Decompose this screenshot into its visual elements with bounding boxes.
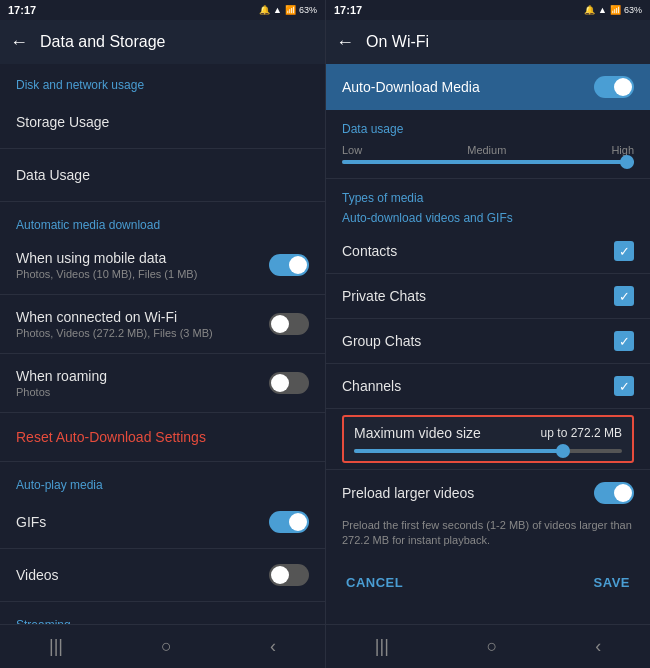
wifi-item[interactable]: When connected on Wi-Fi Photos, Videos (… [0,297,325,351]
right-page-title: On Wi-Fi [366,33,429,51]
right-divider-6 [326,469,650,470]
save-button[interactable]: SAVE [590,567,634,598]
right-panel: 17:17 🔔 ▲ 📶 63% ← On Wi-Fi Auto-Download… [325,0,650,668]
autoplay-header: Auto-play media [0,464,325,498]
left-nav-back-icon[interactable]: ‹ [250,628,296,665]
group-chats-checkbox[interactable]: ✓ [614,331,634,351]
max-video-fill [354,449,563,453]
low-label: Low [342,144,362,156]
right-divider-5 [326,408,650,409]
right-status-bar: 17:17 🔔 ▲ 📶 63% [326,0,650,20]
roaming-toggle[interactable] [269,372,309,394]
right-nav-menu-icon[interactable]: ||| [355,628,409,665]
roaming-subtitle: Photos [16,386,269,398]
right-top-bar: ← On Wi-Fi [326,20,650,64]
left-nav-menu-icon[interactable]: ||| [29,628,83,665]
contacts-checkbox[interactable]: ✓ [614,241,634,261]
data-usage-title: Data Usage [16,167,309,183]
battery-icon: 63% [299,5,317,15]
preload-toggle[interactable] [594,482,634,504]
roaming-title: When roaming [16,368,269,384]
channels-label: Channels [342,378,401,394]
medium-label: Medium [467,144,506,156]
data-usage-slider[interactable] [342,160,634,164]
left-panel: 17:17 🔔 ▲ 📶 63% ← Data and Storage Disk … [0,0,325,668]
channels-checkbox[interactable]: ✓ [614,376,634,396]
max-video-row: Maximum video size up to 272.2 MB [354,425,622,441]
wifi-subtitle: Photos, Videos (272.2 MB), Files (3 MB) [16,327,269,339]
divider-4 [0,353,325,354]
private-chats-checkbox[interactable]: ✓ [614,286,634,306]
left-time: 17:17 [8,4,36,16]
right-divider-3 [326,318,650,319]
preload-label: Preload larger videos [342,485,474,501]
max-video-slider[interactable] [354,449,622,453]
gifs-title: GIFs [16,514,269,530]
left-back-button[interactable]: ← [10,32,28,53]
signal-icon: 📶 [285,5,296,15]
auto-download-header-row: Auto-Download Media [326,64,650,110]
max-video-thumb[interactable] [556,444,570,458]
left-scroll-content: Disk and network usage Storage Usage Dat… [0,64,325,624]
private-chats-checkbox-item[interactable]: Private Chats ✓ [326,276,650,316]
right-nav-back-icon[interactable]: ‹ [575,628,621,665]
divider-2 [0,201,325,202]
wifi-icon: ▲ [273,5,282,15]
right-back-button[interactable]: ← [336,32,354,53]
divider-5 [0,412,325,413]
mobile-data-title: When using mobile data [16,250,269,266]
right-divider-1 [326,178,650,179]
auto-download-label: Auto-Download Media [342,79,480,95]
left-nav-bar: ||| ○ ‹ [0,624,325,668]
preload-row: Preload larger videos [326,472,650,514]
videos-item[interactable]: Videos [0,551,325,599]
divider-7 [0,548,325,549]
group-chats-label: Group Chats [342,333,421,349]
data-usage-section: Data usage Low Medium High [326,110,650,176]
data-usage-item[interactable]: Data Usage [0,151,325,199]
slider-labels: Low Medium High [342,144,634,156]
gifs-toggle[interactable] [269,511,309,533]
right-wifi-icon: ▲ [598,5,607,15]
mobile-data-item[interactable]: When using mobile data Photos, Videos (1… [0,238,325,292]
left-page-title: Data and Storage [40,33,165,51]
contacts-checkbox-item[interactable]: Contacts ✓ [326,231,650,271]
right-status-icons: 🔔 ▲ 📶 63% [584,5,642,15]
channels-checkbox-item[interactable]: Channels ✓ [326,366,650,406]
slider-fill [342,160,634,164]
auto-media-header: Automatic media download [0,204,325,238]
private-chats-label: Private Chats [342,288,426,304]
right-nav-home-icon[interactable]: ○ [467,628,518,665]
auto-download-sub-label: Auto-download videos and GIFs [342,211,634,225]
right-battery-icon: 63% [624,5,642,15]
reset-link[interactable]: Reset Auto-Download Settings [0,415,325,459]
preload-description: Preload the first few seconds (1-2 MB) o… [326,514,650,559]
right-notification-icon: 🔔 [584,5,595,15]
streaming-header: Streaming [0,604,325,624]
left-nav-home-icon[interactable]: ○ [141,628,192,665]
videos-title: Videos [16,567,269,583]
bottom-buttons: CANCEL SAVE [326,559,650,606]
types-section: Types of media Auto-download videos and … [326,181,650,231]
right-divider-2 [326,273,650,274]
max-video-value: up to 272.2 MB [541,426,622,440]
mobile-data-subtitle: Photos, Videos (10 MB), Files (1 MB) [16,268,269,280]
storage-usage-title: Storage Usage [16,114,309,130]
max-video-label: Maximum video size [354,425,481,441]
disk-network-header: Disk and network usage [0,64,325,98]
roaming-item[interactable]: When roaming Photos [0,356,325,410]
contacts-label: Contacts [342,243,397,259]
cancel-button[interactable]: CANCEL [342,567,407,598]
wifi-title: When connected on Wi-Fi [16,309,269,325]
storage-usage-item[interactable]: Storage Usage [0,98,325,146]
left-top-bar: ← Data and Storage [0,20,325,64]
group-chats-checkbox-item[interactable]: Group Chats ✓ [326,321,650,361]
left-status-icons: 🔔 ▲ 📶 63% [259,5,317,15]
wifi-toggle[interactable] [269,313,309,335]
mobile-data-toggle[interactable] [269,254,309,276]
right-time: 17:17 [334,4,362,16]
slider-thumb[interactable] [620,155,634,169]
auto-download-toggle[interactable] [594,76,634,98]
videos-toggle[interactable] [269,564,309,586]
gifs-item[interactable]: GIFs [0,498,325,546]
